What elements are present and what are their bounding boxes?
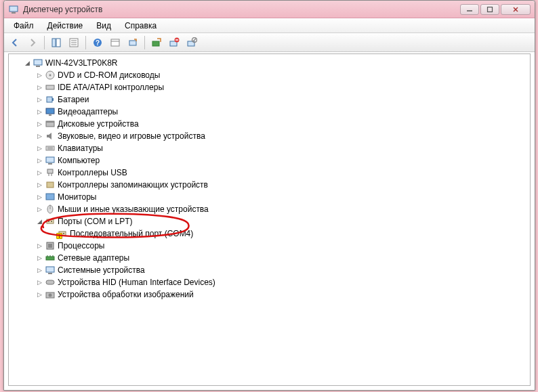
category-label: Контроллеры запоминающих устройств [58,180,208,190]
tree-category[interactable]: ▷DVD и CD-ROM дисководы [10,69,529,81]
tree-category-ports[interactable]: ◢ Порты (COM и LPT) [10,215,529,227]
category-label: Дисковые устройства [58,119,139,129]
tree-category[interactable]: ▷Сетевые адаптеры [10,252,529,264]
properties-button[interactable] [66,35,82,50]
tree-category[interactable]: ▷Контроллеры USB [10,167,529,179]
category-icon [45,240,56,251]
svg-rect-17 [152,41,159,46]
expand-icon[interactable]: ▷ [36,291,43,298]
uninstall-button[interactable] [166,35,182,50]
tree-category[interactable]: ▷Устройства HID (Human Interface Devices… [10,276,529,288]
category-label: Системные устройства [58,265,145,275]
svg-point-52 [63,233,64,234]
toolbar-separator [144,36,145,49]
menu-help[interactable]: Справка [119,20,162,32]
category-label: Видеоадаптеры [58,107,118,116]
expand-icon[interactable]: ▷ [36,206,43,213]
svg-rect-29 [47,97,52,102]
tree-category[interactable]: ▷Видеоадаптеры [10,106,529,118]
tree-category[interactable]: ▷Системные устройства [10,264,529,276]
tree-category[interactable]: ▷Устройства обработки изображений [10,288,529,301]
root-label: WIN-42V3LTP0K8R [45,58,117,68]
update-driver-button[interactable] [148,35,165,50]
tree-category[interactable]: ▷Клавиатуры [10,142,529,154]
svg-rect-38 [46,157,54,162]
svg-rect-1 [12,12,16,14]
tree-category[interactable]: ▷Звуковые, видео и игровые устройства [10,130,529,142]
tree-item-com-port[interactable]: ! Последовательный порт (COM4) [10,227,529,240]
category-icon [45,118,56,129]
svg-rect-28 [46,85,54,89]
tree-category[interactable]: ▷Батареи [10,93,529,106]
expand-icon[interactable]: ▷ [36,181,43,188]
svg-rect-39 [48,163,52,165]
expand-icon[interactable]: ▷ [36,169,43,176]
disable-button[interactable] [184,35,200,50]
category-label: Мыши и иные указывающие устройства [58,204,209,214]
scan-hardware-button[interactable] [125,35,141,50]
expand-icon[interactable]: ▷ [36,108,43,115]
svg-rect-60 [48,273,52,274]
expand-icon[interactable]: ▷ [36,84,43,91]
toolbar-separator [44,36,45,49]
svg-rect-59 [46,267,54,272]
menu-view[interactable]: Вид [91,20,117,32]
category-label: Компьютер [58,156,100,165]
expand-icon[interactable]: ▷ [36,121,43,127]
expand-icon[interactable]: ▷ [36,255,43,261]
category-icon [45,82,56,93]
computer-icon [33,58,43,68]
tree-category[interactable]: ▷Дисковые устройства [10,118,529,130]
svg-rect-54 [48,244,52,248]
collapse-icon[interactable]: ◢ [36,218,43,225]
back-button[interactable] [7,35,23,50]
toolbar-separator [85,36,86,49]
svg-point-27 [49,74,51,77]
category-label: Мониторы [58,192,96,202]
svg-rect-25 [36,66,40,67]
tree-category[interactable]: ▷Процессоры [10,240,529,252]
expand-icon[interactable]: ▷ [36,72,43,79]
expand-icon[interactable]: ▷ [36,145,43,152]
svg-rect-61 [46,280,54,284]
expand-icon[interactable]: ▷ [36,133,43,139]
svg-rect-31 [46,108,54,114]
device-tree[interactable]: ◢ WIN-42V3LTP0K8R ▷DVD и CD-ROM дисковод… [8,53,531,386]
category-label: Устройства HID (Human Interface Devices) [58,278,215,287]
expand-icon[interactable]: ▷ [36,157,43,164]
svg-rect-35 [46,146,54,150]
tree-root[interactable]: ◢ WIN-42V3LTP0K8R [10,57,529,69]
menu-file[interactable]: Файл [8,20,39,32]
svg-text:?: ? [96,39,100,47]
svg-rect-40 [47,169,53,173]
tree-category[interactable]: ▷IDE ATA/ATAPI контроллеры [10,81,529,93]
expand-icon[interactable]: ▷ [36,267,43,274]
view-button[interactable] [107,35,123,50]
svg-rect-16 [129,41,136,45]
expand-icon[interactable]: ▷ [36,194,43,200]
port-icon: ! [57,228,68,239]
show-hide-tree-button[interactable] [48,35,64,50]
port-icon [45,216,56,227]
tree-category[interactable]: ▷Мыши и иные указывающие устройства [10,203,529,215]
expand-icon[interactable]: ▷ [36,96,43,103]
category-icon [45,204,56,215]
titlebar[interactable]: Диспетчер устройств [4,1,535,18]
help-button[interactable]: ? [89,35,106,50]
maximize-button[interactable] [480,4,499,15]
tree-category[interactable]: ▷Компьютер [10,154,529,167]
category-label: IDE ATA/ATAPI контроллеры [58,83,164,92]
window-title: Диспетчер устройств [23,5,460,14]
warning-badge-icon: ! [56,233,62,239]
category-icon [45,106,56,117]
tree-category[interactable]: ▷Контроллеры запоминающих устройств [10,179,529,191]
forward-button[interactable] [24,35,41,50]
expand-icon[interactable]: ▷ [36,242,43,249]
category-icon [45,253,56,263]
collapse-icon[interactable]: ◢ [24,60,30,66]
expand-icon[interactable]: ▷ [36,279,43,286]
close-button[interactable] [501,4,531,15]
tree-category[interactable]: ▷Мониторы [10,191,529,203]
menu-action[interactable]: Действие [42,20,89,32]
minimize-button[interactable] [460,4,479,15]
